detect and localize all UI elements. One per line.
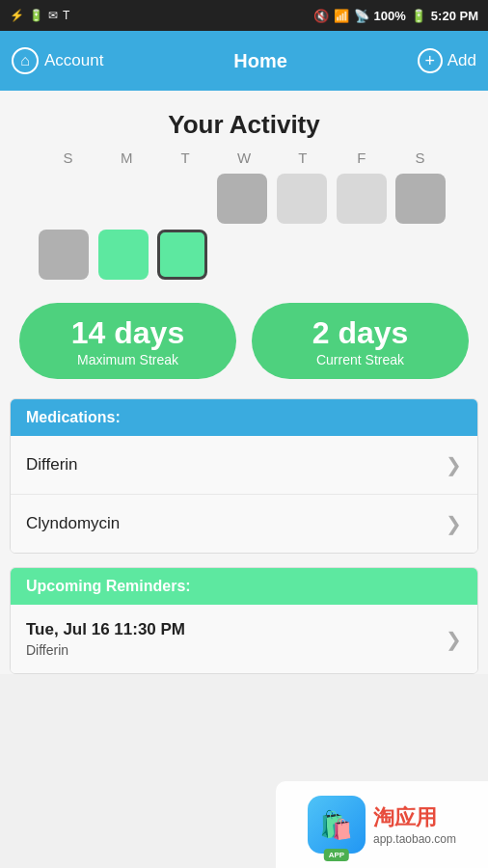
medications-header: Medications:: [11, 399, 477, 436]
activity-title: Your Activity: [0, 91, 488, 149]
reminders-header: Upcoming Reminders:: [11, 568, 477, 605]
battery-percent: 100%: [374, 9, 406, 23]
account-label: Account: [44, 51, 103, 70]
max-streak-days: 14 days: [29, 316, 227, 350]
nav-bar: ⌂ Account Home + Add: [0, 31, 488, 91]
reminder-item-1[interactable]: Tue, Jul 16 11:30 PM Differin ❯: [11, 605, 477, 673]
cal-cell-empty-3: [157, 174, 207, 224]
max-streak-label: Maximum Streak: [29, 352, 227, 367]
current-streak-label: Current Streak: [261, 352, 459, 367]
medications-section: Medications: Differin ❯ Clyndomycin ❯: [10, 398, 478, 554]
nav-title: Home: [233, 50, 287, 72]
current-streak-days: 2 days: [261, 316, 459, 350]
cal-cell-empty-5: [277, 230, 327, 280]
watermark-icon: 🛍️ APP: [308, 796, 366, 854]
medications-header-text: Medications:: [26, 409, 121, 425]
reminders-header-text: Upcoming Reminders:: [26, 578, 191, 594]
reminder-medication: Differin: [26, 642, 185, 658]
account-circle-icon: ⌂: [12, 47, 39, 74]
mute-icon: 🔇: [313, 9, 329, 23]
reminder-info: Tue, Jul 16 11:30 PM Differin: [26, 620, 185, 658]
cal-cell-gray-2: [395, 174, 446, 224]
battery-small-icon: 🔋: [29, 9, 43, 22]
cal-cell-light-1: [277, 174, 327, 224]
carrier-icon: T: [63, 9, 69, 22]
medication-name-clyndomycin: Clyndomycin: [26, 514, 120, 533]
max-streak-oval: 14 days Maximum Streak: [19, 303, 236, 379]
days-header: S M T W T F S: [29, 149, 459, 166]
medication-item-differin[interactable]: Differin ❯: [11, 436, 477, 495]
signal-icon: 📡: [354, 9, 369, 23]
watermark-app-tag: APP: [324, 849, 349, 861]
status-bar-right: 🔇 📶 📡 100% 🔋 5:20 PM: [313, 9, 478, 23]
watermark-url: app.taobao.com: [373, 832, 456, 846]
calendar-section: S M T W T F S: [0, 149, 488, 280]
usb-icon: ⚡: [10, 9, 24, 22]
add-nav-button[interactable]: + Add: [418, 48, 476, 73]
cal-cell-empty-2: [98, 174, 149, 224]
day-w: W: [215, 149, 274, 166]
cal-cell-empty-6: [337, 230, 387, 280]
day-t2: T: [273, 149, 332, 166]
watermark-cn-text: 淘应用: [373, 803, 456, 832]
cal-cell-gray-3: [39, 230, 89, 280]
cal-cell-empty-4: [217, 230, 267, 280]
cal-cell-gray-1: [217, 174, 267, 224]
day-f: F: [332, 149, 391, 166]
wifi-icon: 📶: [334, 9, 349, 23]
day-t1: T: [156, 149, 215, 166]
message-icon: ✉: [48, 9, 58, 22]
cal-cell-green-border: [157, 230, 207, 280]
add-label: Add: [447, 51, 476, 70]
cal-cell-light-2: [337, 174, 387, 224]
chevron-right-icon-differin: ❯: [446, 453, 462, 476]
reminders-section: Upcoming Reminders: Tue, Jul 16 11:30 PM…: [10, 567, 478, 674]
chevron-right-icon-clyndomycin: ❯: [446, 512, 462, 535]
cal-cell-green-1: [98, 230, 149, 280]
watermark: 🛍️ APP 淘应用 app.taobao.com: [276, 781, 488, 868]
streak-section: 14 days Maximum Streak 2 days Current St…: [0, 280, 488, 398]
day-m: M: [97, 149, 156, 166]
calendar-grid: [29, 174, 459, 280]
chevron-right-icon-reminder: ❯: [446, 628, 462, 651]
medication-item-clyndomycin[interactable]: Clyndomycin ❯: [11, 495, 477, 553]
status-bar: ⚡ 🔋 ✉ T 🔇 📶 📡 100% 🔋 5:20 PM: [0, 0, 488, 31]
cal-cell-empty-1: [39, 174, 89, 224]
status-bar-left: ⚡ 🔋 ✉ T: [10, 9, 69, 22]
main-content: Your Activity S M T W T F S: [0, 91, 488, 674]
account-nav-button[interactable]: ⌂ Account: [12, 47, 103, 74]
watermark-text: 淘应用 app.taobao.com: [373, 803, 456, 846]
reminder-datetime: Tue, Jul 16 11:30 PM: [26, 620, 185, 639]
cal-cell-empty-7: [395, 230, 446, 280]
add-circle-icon: +: [418, 48, 443, 73]
medication-name-differin: Differin: [26, 455, 78, 475]
day-s1: S: [39, 149, 97, 166]
current-streak-oval: 2 days Current Streak: [252, 303, 469, 379]
battery-icon: 🔋: [411, 9, 426, 23]
day-s2: S: [391, 149, 449, 166]
time: 5:20 PM: [431, 9, 478, 23]
